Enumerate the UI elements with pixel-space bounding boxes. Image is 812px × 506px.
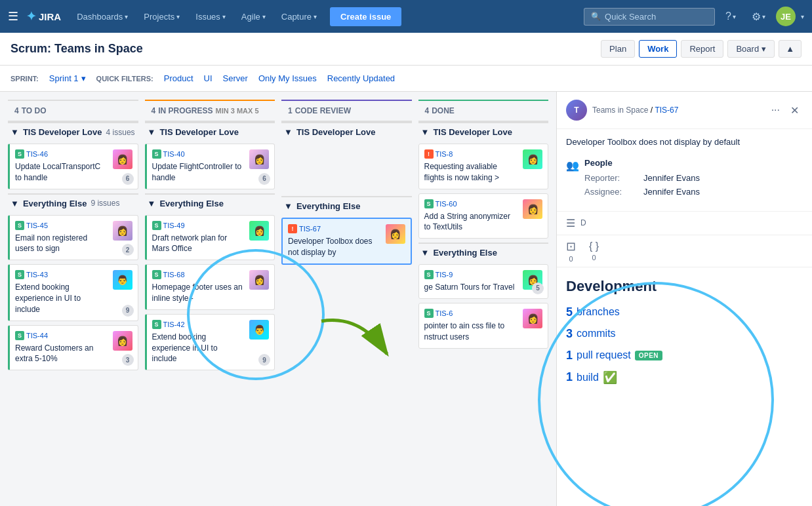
filter-recently-updated[interactable]: Recently Updated <box>327 72 395 85</box>
card-avatar: 👩 <box>523 199 542 219</box>
people-icon: 👥 <box>566 159 579 172</box>
detail-issue-id[interactable]: TIS-67 <box>655 106 678 115</box>
swimlane-everything-else-header[interactable]: ▼ Everything Else 9 issues <box>8 193 138 212</box>
card-tis-8[interactable]: ! TIS-8 Requesting avaliable flights is … <box>418 144 549 189</box>
sprint-selector[interactable]: Sprint 1 ▾ <box>49 73 86 83</box>
issue-type-icon: S <box>152 221 161 230</box>
card-tis-44[interactable]: S TIS-44 Reward Customers an extra 5-10%… <box>8 325 138 371</box>
card-tis-43[interactable]: S TIS-43 Extend booking experience in UI… <box>8 264 138 321</box>
filter-product[interactable]: Product <box>164 72 193 85</box>
help-button[interactable]: ? ▾ <box>720 7 741 26</box>
settings-button[interactable]: ⚙ ▾ <box>746 7 771 27</box>
board-area: 4 To Do ▼ TIS Developer Love 4 issues S … <box>0 92 812 506</box>
columns-area: 4 To Do ▼ TIS Developer Love 4 issues S … <box>0 92 556 506</box>
issue-type-icon: S <box>424 309 434 318</box>
column-codereview-header: 1 Code Review <box>281 100 412 122</box>
swimlane-dev-love-codereview[interactable]: ▼ TIS Developer Love <box>281 122 412 141</box>
detail-people-section: 👥 People Reporter: Jennifer Evans Assign… <box>557 153 812 212</box>
hamburger-menu[interactable]: ☰ <box>8 9 18 24</box>
close-panel-button[interactable]: ✕ <box>786 102 803 119</box>
card-tis-49[interactable]: S TIS-49 Draft network plan for Mars Off… <box>145 215 275 261</box>
nav-issues[interactable]: Issues ▾ <box>190 8 231 26</box>
chevron-down-icon: ▼ <box>10 127 19 137</box>
column-inprogress-header: 4 In Progress Min 3 Max 5 <box>145 100 275 122</box>
nav-projects[interactable]: Projects ▾ <box>138 8 185 26</box>
column-todo-body: ▼ TIS Developer Love 4 issues S TIS-46 U… <box>8 122 138 506</box>
card-avatar: 👩 <box>113 149 132 169</box>
issue-type-icon: ! <box>424 149 434 159</box>
card-id-text: TIS-43 <box>26 271 48 279</box>
swimlane-everything-else-done[interactable]: ▼ Everything Else <box>418 243 549 262</box>
commits-row[interactable]: 3 commits <box>566 327 803 341</box>
issue-type-icon: S <box>424 199 434 208</box>
card-id: S TIS-45 <box>15 221 106 230</box>
branches-row[interactable]: 5 branches <box>566 305 803 319</box>
card-id: S TIS-43 <box>15 270 106 279</box>
collapse-button[interactable]: ▲ <box>779 40 802 58</box>
work-view-button[interactable]: Work <box>639 40 677 58</box>
chevron-down-icon: ▾ <box>176 13 180 20</box>
column-inprogress: 4 In Progress Min 3 Max 5 ▼ TIS Develope… <box>145 100 275 506</box>
card-avatar: 👩 <box>113 221 132 241</box>
nav-dashboards[interactable]: Dashboards ▾ <box>71 8 133 26</box>
chevron-down-icon: ▾ <box>81 73 86 83</box>
swimlane-dev-love-header[interactable]: ▼ TIS Developer Love 4 issues <box>8 122 138 141</box>
detail-actions: ··· ✕ <box>767 102 803 119</box>
swimlane-dev-love-in-progress[interactable]: ▼ TIS Developer Love <box>145 122 275 141</box>
nav-agile[interactable]: Agile ▾ <box>236 8 271 26</box>
card-id: S TIS-46 <box>15 149 106 159</box>
detail-panel-header: T Teams in Space / TIS-67 ··· ✕ <box>557 92 812 129</box>
report-view-button[interactable]: Report <box>681 40 723 58</box>
board-view-button[interactable]: Board ▾ <box>727 40 775 58</box>
card-id-text: TIS-60 <box>436 200 457 208</box>
build-row[interactable]: 1 build ✅ <box>566 370 803 385</box>
chevron-down-icon: ▾ <box>761 44 766 54</box>
card-tis-68[interactable]: S TIS-68 Homepage footer uses an inline … <box>145 264 275 310</box>
card-tis-40[interactable]: S TIS-40 Update FlightController to hand… <box>145 144 275 189</box>
card-title: Update FlightController to handle <box>152 161 243 184</box>
plan-view-button[interactable]: Plan <box>601 40 635 58</box>
card-id: ! TIS-8 <box>424 149 517 159</box>
filter-ui[interactable]: UI <box>204 72 213 85</box>
code-icon: { } <box>589 241 599 252</box>
quick-search-box[interactable]: 🔍 Quick Search <box>584 8 715 26</box>
chevron-down-icon: ▾ <box>222 13 226 20</box>
filter-only-my-issues[interactable]: Only My Issues <box>258 72 317 85</box>
detail-breadcrumb: Teams in Space / TIS-67 <box>592 106 762 115</box>
create-issue-button[interactable]: Create issue <box>330 7 401 26</box>
issue-type-icon: ! <box>288 224 297 233</box>
issue-detail-panel: T Teams in Space / TIS-67 ··· ✕ Develope… <box>556 92 812 506</box>
user-avatar[interactable]: JE <box>776 7 796 26</box>
project-sub-header: Scrum: Teams in Space Plan Work Report B… <box>0 33 812 66</box>
card-tis-45[interactable]: S TIS-45 Email non registered users to s… <box>8 215 138 261</box>
card-id-text: TIS-45 <box>26 222 48 229</box>
card-tis-9[interactable]: S TIS-9 ge Saturn Tours for Travel 👩 5 <box>418 264 549 299</box>
card-tis-46[interactable]: S TIS-46 Update LocalTransportC to handl… <box>8 144 138 189</box>
chevron-down-icon: ▼ <box>148 127 156 137</box>
chevron-down-icon: ▼ <box>421 127 430 137</box>
view-actions: Plan Work Report Board ▾ ▲ <box>601 40 802 58</box>
card-title: Update LocalTransportC to handle <box>15 161 106 184</box>
more-actions-button[interactable]: ··· <box>767 102 784 119</box>
card-id-text: TIS-46 <box>26 150 48 158</box>
card-tis-6[interactable]: S TIS-6 pointer to ain css file to nstru… <box>418 303 549 349</box>
top-navigation: ☰ ✦ JIRA Dashboards ▾ Projects ▾ Issues … <box>0 0 812 33</box>
pull-request-row[interactable]: 1 pull request OPEN <box>566 349 803 362</box>
jira-logo[interactable]: ✦ JIRA <box>26 9 61 24</box>
project-avatar: T <box>566 100 587 121</box>
card-tis-60[interactable]: S TIS-60 Add a String anonymizer to Text… <box>418 193 549 239</box>
logo-text: JIRA <box>39 11 61 22</box>
card-id: S TIS-9 <box>424 270 517 279</box>
card-tis-67[interactable]: ! TIS-67 Developer Toolbox does not disp… <box>281 218 412 265</box>
swimlane-count: 4 issues <box>106 128 135 137</box>
swimlane-everything-else-codereview[interactable]: ▼ Everything Else <box>281 196 412 215</box>
column-inprogress-body: ▼ TIS Developer Love S TIS-40 Update Fli… <box>145 122 275 506</box>
nav-capture[interactable]: Capture ▾ <box>276 8 322 26</box>
filter-server[interactable]: Server <box>223 72 248 85</box>
card-tis-42[interactable]: S TIS-42 Extend booking experience in UI… <box>145 314 275 370</box>
swimlane-title: TIS Developer Love <box>159 127 239 137</box>
swimlane-everything-else-inprogress[interactable]: ▼ Everything Else <box>145 193 275 212</box>
swimlane-count: 9 issues <box>91 199 119 208</box>
swimlane-dev-love-done[interactable]: ▼ TIS Developer Love <box>418 122 549 141</box>
detail-icon-1: ☰ <box>566 217 575 229</box>
